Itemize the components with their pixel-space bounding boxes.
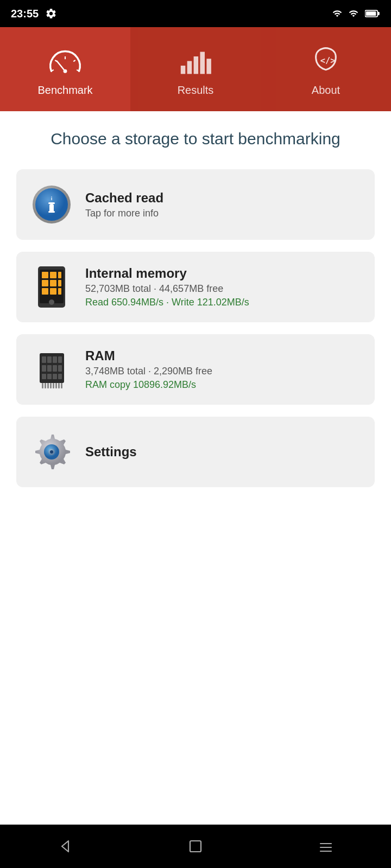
bottom-nav xyxy=(0,825,391,868)
svg-rect-42 xyxy=(58,365,62,372)
svg-point-9 xyxy=(64,69,67,73)
svg-rect-47 xyxy=(42,383,43,388)
ram-subtitle: 3,748MB total · 2,290MB free xyxy=(85,366,212,377)
results-icon xyxy=(176,42,215,80)
card-cached-read[interactable]: i Cached read Tap for more info xyxy=(16,169,375,240)
status-bar: 23:55 xyxy=(0,0,391,27)
svg-rect-36 xyxy=(47,356,52,363)
svg-point-33 xyxy=(49,299,54,305)
svg-rect-25 xyxy=(50,272,56,278)
internal-memory-speed: Read 650.94MB/s · Write 121.02MB/s xyxy=(85,297,249,308)
svg-rect-50 xyxy=(50,383,52,388)
internal-memory-subtitle: 52,703MB total · 44,657MB free xyxy=(85,283,249,295)
svg-rect-41 xyxy=(53,365,57,372)
svg-rect-54 xyxy=(61,383,62,388)
svg-line-6 xyxy=(73,60,75,61)
svg-rect-49 xyxy=(47,383,49,388)
internal-memory-text: Internal memory 52,703MB total · 44,657M… xyxy=(85,266,249,308)
tab-results[interactable]: Results xyxy=(130,27,261,111)
tab-benchmark-label: Benchmark xyxy=(37,84,92,97)
menu-button[interactable] xyxy=(310,830,342,863)
svg-rect-46 xyxy=(58,374,62,379)
tab-about[interactable]: </> About xyxy=(261,27,391,111)
wifi-icon xyxy=(348,9,360,18)
svg-rect-30 xyxy=(42,288,48,295)
svg-rect-37 xyxy=(53,356,57,363)
svg-rect-11 xyxy=(187,61,192,74)
svg-rect-19 xyxy=(48,202,55,204)
svg-rect-24 xyxy=(42,272,48,278)
svg-rect-28 xyxy=(50,280,56,286)
svg-rect-10 xyxy=(181,66,186,74)
benchmark-icon xyxy=(46,42,84,80)
settings-text: Settings xyxy=(85,444,137,459)
cached-read-icon: i xyxy=(30,183,73,226)
settings-card-icon xyxy=(30,430,73,474)
svg-rect-48 xyxy=(45,383,46,388)
svg-rect-39 xyxy=(42,365,46,372)
svg-rect-31 xyxy=(50,288,56,295)
svg-rect-29 xyxy=(58,280,61,286)
cached-read-subtitle: Tap for more info xyxy=(85,208,163,219)
cached-read-title: Cached read xyxy=(85,190,163,206)
svg-rect-53 xyxy=(58,383,60,388)
tab-results-label: Results xyxy=(178,84,214,97)
card-ram[interactable]: RAM 3,748MB total · 2,290MB free RAM cop… xyxy=(16,334,375,405)
battery-icon xyxy=(365,9,380,18)
ram-text: RAM 3,748MB total · 2,290MB free RAM cop… xyxy=(85,348,212,391)
svg-rect-35 xyxy=(42,356,46,363)
svg-rect-51 xyxy=(53,383,54,388)
card-settings[interactable]: Settings xyxy=(16,417,375,487)
svg-rect-13 xyxy=(200,52,205,74)
svg-rect-12 xyxy=(194,56,199,74)
ram-icon xyxy=(30,348,73,391)
page-title: Choose a storage to start benchmarking xyxy=(16,127,375,150)
svg-line-8 xyxy=(57,61,65,71)
home-button[interactable] xyxy=(179,830,212,863)
card-internal-memory[interactable]: Internal memory 52,703MB total · 44,657M… xyxy=(16,252,375,322)
main-content: Choose a storage to start benchmarking xyxy=(0,111,391,825)
svg-rect-2 xyxy=(377,12,380,15)
svg-text:i: i xyxy=(51,196,53,201)
svg-point-57 xyxy=(50,450,53,454)
svg-rect-26 xyxy=(58,272,61,278)
svg-rect-43 xyxy=(42,374,46,379)
internal-memory-title: Internal memory xyxy=(85,266,249,281)
ram-speed: RAM copy 10896.92MB/s xyxy=(85,379,212,391)
settings-title: Settings xyxy=(85,444,137,459)
signal-icon xyxy=(332,9,342,18)
internal-memory-icon xyxy=(30,265,73,309)
svg-rect-32 xyxy=(58,288,61,295)
status-time: 23:55 xyxy=(11,8,39,20)
svg-rect-27 xyxy=(42,280,48,286)
svg-marker-58 xyxy=(62,841,68,852)
svg-rect-1 xyxy=(366,11,376,16)
nav-tabs: Benchmark Results </> About xyxy=(0,27,391,111)
svg-rect-59 xyxy=(190,841,201,852)
cached-read-text: Cached read Tap for more info xyxy=(85,190,163,219)
tab-benchmark[interactable]: Benchmark xyxy=(0,27,130,111)
svg-rect-40 xyxy=(47,365,52,372)
tab-about-label: About xyxy=(312,84,340,97)
status-icons xyxy=(332,9,380,18)
svg-rect-38 xyxy=(58,356,62,363)
svg-rect-45 xyxy=(53,374,57,379)
svg-text:</>: </> xyxy=(320,56,336,66)
ram-title: RAM xyxy=(85,348,212,363)
svg-rect-52 xyxy=(55,383,57,388)
back-button[interactable] xyxy=(49,830,81,863)
about-icon: </> xyxy=(307,42,345,80)
svg-rect-21 xyxy=(48,211,55,213)
svg-rect-44 xyxy=(47,374,52,379)
svg-rect-14 xyxy=(206,59,211,74)
settings-status-icon xyxy=(45,8,57,20)
